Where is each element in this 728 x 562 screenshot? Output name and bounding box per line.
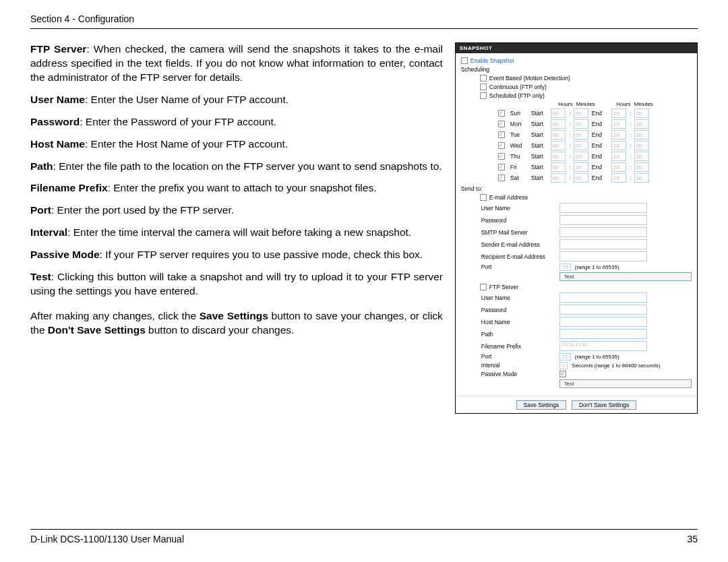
continuous-checkbox[interactable] (480, 84, 487, 90)
ftp-port-label: Port (481, 353, 555, 360)
end-minutes-input[interactable]: 00 (634, 152, 649, 161)
start-hours-input[interactable]: 00 (551, 141, 566, 150)
ftp-interval-hint: Seconds (range 1 to 86400 seconds) (572, 363, 660, 369)
start-minutes-input[interactable]: 00 (574, 108, 588, 118)
ftp-path-label: Path (481, 331, 555, 338)
email-smtp-input[interactable] (559, 227, 647, 237)
ftp-port-hint: (range 1 to 65535) (575, 354, 619, 360)
ftp-port-input[interactable]: 21 (559, 353, 571, 361)
start-hours-input[interactable]: 00 (551, 173, 566, 183)
ftp-host-input[interactable] (559, 317, 647, 327)
footer-page: 35 (687, 534, 698, 544)
day-mon-label: Mon (510, 121, 529, 127)
email-port-input[interactable]: 25 (559, 263, 571, 271)
day-sun-label: Sun (510, 110, 529, 117)
term-prefix: Filename Prefix (30, 182, 108, 193)
ftp-test-button[interactable]: Test (559, 379, 692, 388)
term-path: Path (30, 160, 53, 172)
term-password: Password (30, 116, 80, 127)
desc-prefix: : Enter the prefix you want to attach to… (108, 182, 377, 193)
ftp-passive-checkbox[interactable] (559, 371, 566, 377)
save-note-pre: After making any changes, click the (30, 310, 200, 321)
day-thu-label: Thu (510, 153, 529, 160)
term-test: Test (30, 271, 51, 282)
email-address-label: E-mail Address (489, 194, 528, 201)
desc-password: : Enter the Password of your FTP account… (80, 116, 276, 127)
col-minutes-2: Minutes (634, 101, 650, 107)
save-settings-button[interactable]: Save Settings (516, 400, 566, 410)
desc-ftp-server: : When checked, the camera will send the… (30, 43, 443, 83)
save-note-b1: Save Settings (200, 310, 268, 321)
start-minutes-input[interactable]: 00 (574, 141, 588, 150)
start-minutes-input[interactable]: 00 (574, 173, 588, 183)
email-test-button[interactable]: Test (559, 272, 692, 281)
footer-manual: D-Link DCS-1100/1130 User Manual (30, 534, 184, 544)
scheduling-label: Scheduling (461, 66, 692, 73)
day-tue-checkbox[interactable] (498, 131, 505, 138)
schedule-row-mon: MonStart00:00End24:00 (498, 119, 692, 129)
start-hours-input[interactable]: 00 (551, 130, 566, 139)
enable-snapshot-checkbox[interactable] (461, 57, 468, 64)
continuous-label: Continuous (FTP only) (489, 84, 547, 90)
end-minutes-input[interactable]: 00 (634, 108, 649, 118)
ftp-passive-label: Passive Mode (481, 371, 555, 377)
day-thu-checkbox[interactable] (498, 153, 505, 160)
start-hours-input[interactable]: 00 (551, 152, 566, 161)
start-label: Start (531, 110, 549, 117)
email-pass-input[interactable] (559, 215, 647, 225)
start-label: Start (531, 164, 549, 170)
ftp-user-label: User Name (481, 294, 555, 301)
start-hours-input[interactable]: 00 (551, 162, 566, 172)
col-hours-1: Hours (557, 101, 574, 107)
day-fri-checkbox[interactable] (498, 164, 505, 170)
description-text: FTP Server: When checked, the camera wil… (30, 42, 443, 414)
day-sat-label: Sat (510, 175, 529, 181)
end-hours-input[interactable]: 24 (611, 173, 626, 183)
ftp-prefix-input[interactable]: DCS-1130 (559, 341, 647, 351)
ftp-path-input[interactable] (559, 329, 647, 339)
email-address-checkbox[interactable] (480, 194, 487, 201)
dont-save-settings-button[interactable]: Don't Save Settings (572, 400, 636, 410)
end-minutes-input[interactable]: 00 (634, 173, 649, 183)
panel-title: SNAPSHOT (456, 43, 697, 53)
end-hours-input[interactable]: 24 (611, 119, 626, 129)
end-minutes-input[interactable]: 00 (634, 119, 649, 129)
end-hours-input[interactable]: 24 (611, 162, 626, 172)
day-sat-checkbox[interactable] (498, 175, 505, 181)
day-mon-checkbox[interactable] (498, 121, 505, 127)
schedule-row-tue: TueStart00:00End24:00 (498, 130, 692, 139)
email-pass-label: Password (481, 217, 555, 224)
event-based-label: Event Based (Motion Detection) (489, 75, 570, 82)
start-minutes-input[interactable]: 00 (574, 130, 588, 139)
end-minutes-input[interactable]: 00 (634, 162, 649, 172)
snapshot-panel: SNAPSHOT Enable Snapshot Scheduling Even… (455, 42, 698, 414)
ftp-interval-input[interactable]: 1 (559, 362, 568, 369)
end-minutes-input[interactable]: 00 (634, 130, 649, 139)
scheduled-checkbox[interactable] (480, 92, 487, 99)
ftp-prefix-label: Filename Prefix (481, 343, 555, 350)
email-sender-label: Sender E-mail Address (481, 241, 555, 248)
email-recip-input[interactable] (559, 251, 647, 261)
ftp-pass-input[interactable] (559, 305, 647, 315)
start-minutes-input[interactable]: 00 (574, 162, 588, 172)
start-minutes-input[interactable]: 00 (574, 152, 588, 161)
start-hours-input[interactable]: 00 (551, 108, 566, 118)
end-minutes-input[interactable]: 00 (634, 141, 649, 150)
end-hours-input[interactable]: 24 (611, 130, 626, 139)
end-hours-input[interactable]: 24 (611, 152, 626, 161)
start-hours-input[interactable]: 00 (551, 119, 566, 129)
start-minutes-input[interactable]: 00 (574, 119, 588, 129)
end-hours-input[interactable]: 24 (611, 108, 626, 118)
email-sender-input[interactable] (559, 239, 647, 249)
day-wed-checkbox[interactable] (498, 142, 505, 149)
desc-port: : Enter the port used by the FTP server. (51, 204, 234, 216)
event-based-checkbox[interactable] (480, 75, 487, 82)
ftp-user-input[interactable] (559, 292, 647, 303)
ftp-server-checkbox[interactable] (480, 284, 487, 290)
email-port-label: Port (481, 263, 555, 270)
email-user-input[interactable] (559, 203, 647, 213)
start-label: Start (531, 153, 549, 160)
end-hours-input[interactable]: 24 (611, 141, 626, 150)
day-sun-checkbox[interactable] (498, 110, 505, 117)
schedule-row-sat: SatStart00:00End24:00 (498, 173, 692, 183)
